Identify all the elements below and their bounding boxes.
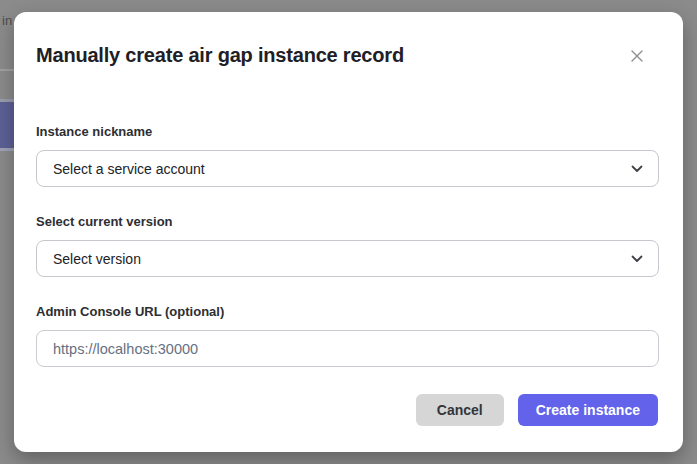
version-select[interactable]: Select version: [36, 240, 659, 277]
background-divider: [0, 69, 14, 71]
close-button[interactable]: [625, 44, 649, 68]
current-version-label: Select current version: [36, 214, 659, 230]
create-air-gap-instance-modal: Manually create air gap instance record …: [14, 12, 683, 452]
cancel-button[interactable]: Cancel: [416, 394, 504, 426]
field-group-admin-console-url: Admin Console URL (optional): [36, 304, 659, 367]
modal-form: Instance nickname Select a service accou…: [36, 124, 659, 426]
service-account-select[interactable]: Select a service account: [36, 150, 659, 187]
modal-title: Manually create air gap instance record: [36, 42, 404, 68]
service-account-select-value: Select a service account: [53, 161, 205, 177]
chevron-down-icon: [631, 165, 643, 173]
create-instance-button[interactable]: Create instance: [518, 394, 658, 426]
modal-header: Manually create air gap instance record: [36, 42, 659, 68]
admin-console-url-input[interactable]: [36, 330, 659, 367]
close-icon: [629, 48, 645, 64]
modal-footer: Cancel Create instance: [36, 394, 659, 426]
chevron-down-icon: [631, 255, 643, 263]
field-group-current-version: Select current version Select version: [36, 214, 659, 277]
admin-console-url-label: Admin Console URL (optional): [36, 304, 659, 320]
background-accent-strip: [0, 102, 14, 148]
background-page-text: in: [2, 13, 12, 28]
instance-nickname-label: Instance nickname: [36, 124, 659, 140]
field-group-instance-nickname: Instance nickname Select a service accou…: [36, 124, 659, 187]
background-divider: [0, 148, 14, 151]
version-select-value: Select version: [53, 251, 141, 267]
